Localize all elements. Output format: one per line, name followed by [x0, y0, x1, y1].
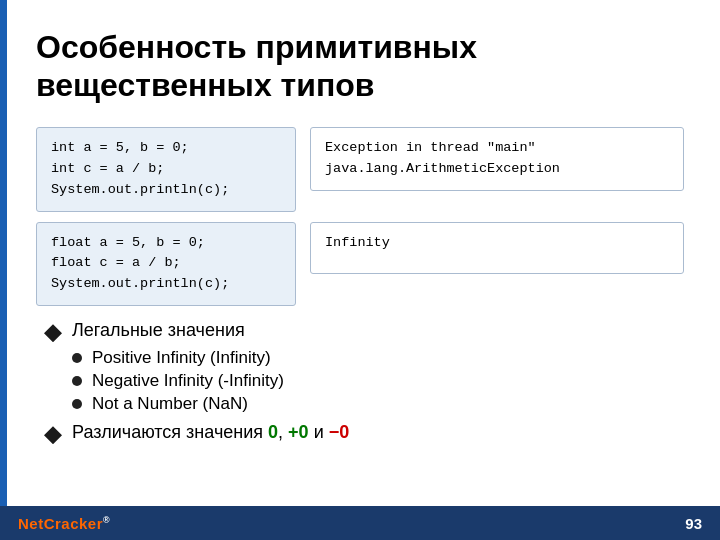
bullet-main-1: Легальные значения [44, 320, 684, 342]
sub-bullet-3-text: Not a Number (NaN) [92, 394, 248, 414]
code-block-row-1: int a = 5, b = 0; int c = a / b; System.… [36, 127, 684, 212]
sub-circle-icon-2 [72, 376, 82, 386]
sub-bullet-2-text: Negative Infinity (-Infinity) [92, 371, 284, 391]
slide: Особенность примитивных вещественных тип… [0, 0, 720, 540]
bottom-bar: NetCracker® 93 [0, 506, 720, 540]
logo: NetCracker® [18, 515, 110, 532]
code-block-row-2: float a = 5, b = 0; float c = a / b; Sys… [36, 222, 684, 307]
bullet-main-2-text: Различаются значения 0, +0 и −0 [72, 422, 349, 443]
left-accent [0, 0, 7, 506]
sub-circle-icon-3 [72, 399, 82, 409]
page-number: 93 [685, 515, 702, 532]
bullet-section: Легальные значения Positive Infinity (In… [36, 320, 684, 444]
code-area-2: float a = 5, b = 0; float c = a / b; Sys… [36, 222, 296, 307]
sub-bullet-2: Negative Infinity (-Infinity) [72, 371, 684, 391]
sub-bullets: Positive Infinity (Infinity) Negative In… [72, 348, 684, 414]
sub-bullet-1: Positive Infinity (Infinity) [72, 348, 684, 368]
output-area-1: Exception in thread "main" java.lang.Ari… [310, 127, 684, 191]
sub-bullet-1-text: Positive Infinity (Infinity) [92, 348, 271, 368]
sub-bullet-3: Not a Number (NaN) [72, 394, 684, 414]
bullet-main-2: Различаются значения 0, +0 и −0 [44, 422, 684, 444]
sub-circle-icon-1 [72, 353, 82, 363]
slide-title: Особенность примитивных вещественных тип… [36, 28, 684, 105]
bullet-main-1-text: Легальные значения [72, 320, 245, 341]
bullet-diamond-icon-2 [44, 426, 62, 444]
code-area-1: int a = 5, b = 0; int c = a / b; System.… [36, 127, 296, 212]
bullet-diamond-icon-1 [44, 324, 62, 342]
output-area-2: Infinity [310, 222, 684, 274]
